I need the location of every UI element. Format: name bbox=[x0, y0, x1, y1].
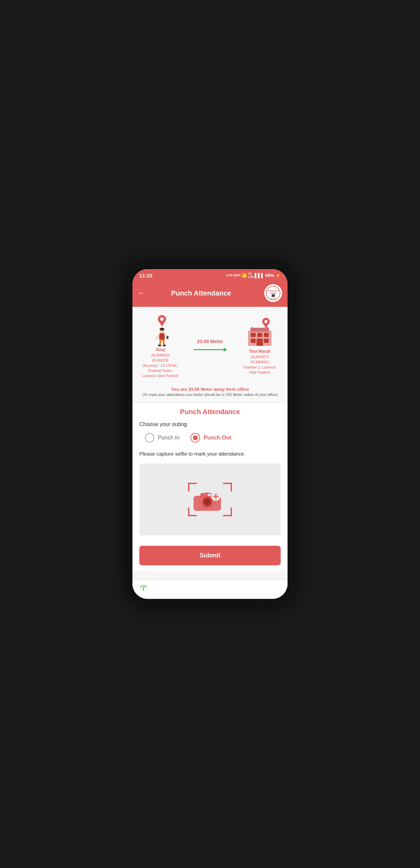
app-header: ← Punch Attendance NATIONAL HEALTH MISSI… bbox=[132, 281, 288, 307]
svg-point-10 bbox=[160, 328, 164, 330]
svg-rect-36 bbox=[200, 493, 208, 497]
distance-value: 33.69 Meter bbox=[197, 339, 223, 344]
wifi-icon: 📶 bbox=[242, 273, 247, 278]
svg-point-8 bbox=[160, 317, 164, 321]
location-card: Anuj 26.8688629 80.998338 (Accuracy : 14… bbox=[132, 307, 288, 402]
svg-text:AMS NHM: AMS NHM bbox=[270, 298, 276, 300]
nhm-logo: NATIONAL HEALTH MISSION 👨‍👩‍👧 AMS NHM bbox=[264, 284, 282, 302]
svg-rect-32 bbox=[252, 327, 253, 329]
office-side: Test Mandi 26.8690873 80.9985662 Chamber… bbox=[241, 317, 279, 375]
main-content: Anuj 26.8688629 80.998338 (Accuracy : 14… bbox=[132, 307, 288, 580]
bottom-area bbox=[132, 580, 288, 599]
status-icons: 9.00 KB/S 📶 VoLTE ▌▌▌ 69% ⚡ bbox=[226, 272, 281, 279]
submit-button[interactable]: Submit bbox=[139, 546, 281, 565]
phone-screen: 11:32 9.00 KB/S 📶 VoLTE ▌▌▌ 69% ⚡ ← Punc… bbox=[132, 269, 288, 599]
battery-level: 69% bbox=[265, 273, 274, 278]
selfie-label: Please capture selfie to mark your atten… bbox=[139, 451, 281, 457]
svg-line-12 bbox=[156, 335, 159, 338]
person-name: Anuj bbox=[141, 347, 179, 353]
svg-rect-31 bbox=[257, 339, 263, 346]
punch-in-label: Punch In bbox=[158, 435, 179, 441]
back-button[interactable]: ← bbox=[138, 289, 145, 298]
distance-notice-main: You are 33.69 Meter away form office bbox=[141, 387, 279, 392]
svg-point-39 bbox=[205, 500, 209, 504]
person-accuracy: (Accuracy : 14.178 Mt.) bbox=[141, 363, 179, 368]
distance-arrow bbox=[182, 346, 238, 354]
location-visual: Anuj 26.8688629 80.998338 (Accuracy : 14… bbox=[138, 314, 282, 378]
svg-line-15 bbox=[160, 340, 161, 345]
person-illustration bbox=[150, 314, 174, 346]
svg-rect-33 bbox=[267, 327, 268, 329]
signal-bars: ▌▌▌ bbox=[255, 273, 264, 278]
svg-line-16 bbox=[163, 340, 164, 345]
svg-rect-11 bbox=[159, 333, 165, 340]
antenna-icon bbox=[139, 583, 148, 592]
svg-marker-20 bbox=[224, 348, 227, 352]
svg-rect-29 bbox=[251, 339, 256, 343]
svg-rect-25 bbox=[250, 328, 269, 332]
punch-out-radio[interactable] bbox=[190, 433, 200, 443]
office-lat: 26.8690873 bbox=[241, 354, 279, 360]
status-time: 11:32 bbox=[139, 273, 152, 278]
svg-rect-28 bbox=[264, 333, 269, 337]
signal-wifi-icon bbox=[139, 583, 148, 593]
svg-rect-30 bbox=[264, 339, 269, 343]
distance-area: 33.69 Meter bbox=[179, 339, 241, 354]
distance-notice: You are 33.69 Meter away form office (To… bbox=[138, 384, 282, 397]
camera-brackets-svg bbox=[186, 481, 234, 518]
svg-rect-26 bbox=[251, 333, 256, 337]
svg-marker-7 bbox=[159, 322, 165, 327]
punch-form: Punch Attendance Choose your outing Punc… bbox=[132, 402, 288, 571]
header-title: Punch Attendance bbox=[138, 289, 264, 297]
person-side: Anuj 26.8688629 80.998338 (Accuracy : 14… bbox=[141, 314, 179, 378]
person-lng: 80.998338 bbox=[141, 358, 179, 363]
person-figure bbox=[150, 314, 171, 345]
vo-lte: VoLTE bbox=[248, 272, 254, 279]
person-address: Shalimar Tower, Lucknow, Uttar Pradesh bbox=[141, 368, 179, 378]
svg-rect-14 bbox=[166, 336, 168, 339]
office-info: Test Mandi 26.8690873 80.9985662 Chamber… bbox=[241, 348, 279, 375]
person-info: Anuj 26.8688629 80.998338 (Accuracy : 14… bbox=[141, 347, 179, 378]
svg-point-23 bbox=[264, 320, 267, 323]
status-data-speed: 9.00 KB/S bbox=[226, 274, 241, 277]
radio-group: Punch In Punch Out bbox=[139, 433, 281, 443]
status-bar: 11:32 9.00 KB/S 📶 VoLTE ▌▌▌ 69% ⚡ bbox=[132, 269, 288, 281]
punch-in-radio[interactable] bbox=[145, 433, 154, 443]
radio-selected-dot bbox=[193, 435, 198, 440]
camera-icon-wrapper[interactable] bbox=[186, 481, 234, 518]
punch-form-title: Punch Attendance bbox=[139, 408, 281, 416]
distance-notice-sub: (To mark your attendance you better shou… bbox=[141, 393, 279, 397]
punch-out-label: Punch Out bbox=[203, 435, 231, 441]
svg-text:NATIONAL HEALTH: NATIONAL HEALTH bbox=[266, 290, 280, 292]
svg-rect-27 bbox=[257, 333, 262, 337]
camera-capture-area[interactable] bbox=[139, 463, 281, 535]
nhm-logo-svg: NATIONAL HEALTH MISSION 👨‍👩‍👧 AMS NHM bbox=[266, 286, 281, 301]
phone-frame: 11:32 9.00 KB/S 📶 VoLTE ▌▌▌ 69% ⚡ ← Punc… bbox=[128, 264, 292, 604]
punch-in-option[interactable]: Punch In bbox=[145, 433, 179, 443]
office-name: Test Mandi bbox=[241, 348, 279, 354]
outing-label: Choose your outing bbox=[139, 421, 281, 427]
punch-out-option[interactable]: Punch Out bbox=[190, 433, 231, 443]
battery-icon: ⚡ bbox=[275, 273, 281, 278]
office-address: Chamber 2, Lucknow, Uttar Pradesh bbox=[241, 365, 279, 375]
svg-text:👨‍👩‍👧: 👨‍👩‍👧 bbox=[271, 293, 276, 298]
person-lat: 26.8688629 bbox=[141, 353, 179, 358]
office-illustration bbox=[245, 317, 275, 348]
office-lng: 80.9985662 bbox=[241, 360, 279, 365]
